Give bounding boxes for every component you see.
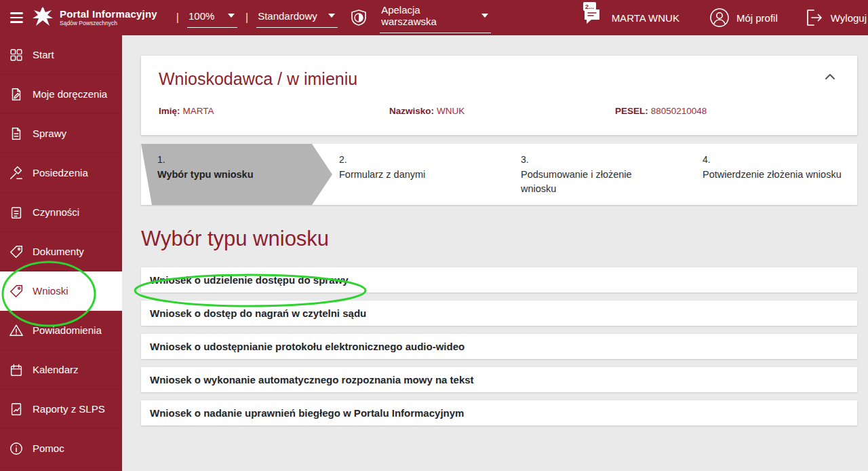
- field-label: Imię:: [159, 106, 180, 116]
- field-label: PESEL:: [615, 106, 648, 116]
- app-title: Portal Informacyjny: [60, 8, 157, 20]
- profile-label: Mój profil: [736, 12, 778, 24]
- option-wniosek-uprawnienia-bieglego[interactable]: Wniosek o nadanie uprawnień biegłego w P…: [141, 400, 857, 426]
- logout-button[interactable]: Wyloguj: [804, 7, 867, 28]
- applicant-card-title: Wnioskodawca / w imieniu: [159, 69, 357, 89]
- sidebar-item-label: Wnioski: [33, 285, 68, 297]
- field-imie: Imię:MARTA: [159, 106, 389, 116]
- option-wniosek-protokol-audio-wideo[interactable]: Wniosek o udostępnianie protokołu elektr…: [141, 334, 857, 359]
- theme-select[interactable]: Standardowy: [256, 8, 338, 28]
- sidebar-item-powiadomienia[interactable]: Powiadomienia: [0, 311, 122, 350]
- zoom-select[interactable]: 100%: [187, 8, 237, 28]
- sidebar-item-raporty-slps[interactable]: Raporty z SLPS: [0, 390, 122, 429]
- step-number: 4.: [703, 153, 848, 166]
- sidebar-item-label: Dokumenty: [33, 246, 84, 257]
- field-label: Nazwisko:: [389, 106, 434, 116]
- gavel-icon: [9, 166, 24, 181]
- step-number: 1.: [157, 153, 302, 166]
- theme-value: Standardowy: [258, 10, 317, 22]
- wizard-steps: 1. Wybór typu wniosku 2. Formularz z dan…: [141, 144, 857, 205]
- app-subtitle: Sądów Powszechnych: [60, 20, 157, 27]
- sidebar-item-label: Pomoc: [33, 442, 64, 454]
- profile-icon: [709, 7, 730, 28]
- sidebar-item-kalendarz[interactable]: Kalendarz: [0, 350, 122, 390]
- step-label: Potwierdzenie złożenia wniosku: [703, 168, 848, 182]
- sidebar-item-label: Start: [33, 49, 54, 60]
- applicant-fields: Imię:MARTA Nazwisko:WNUK PESEL:880502100…: [159, 106, 840, 116]
- sidebar: Start Moje doręczenia Sprawy Posiedzenia: [0, 35, 122, 471]
- chevron-down-icon: [481, 14, 488, 18]
- report-chart-icon: [9, 402, 24, 417]
- sidebar-item-label: Powiadomienia: [33, 324, 102, 336]
- step-label: Wybór typu wniosku: [157, 168, 302, 182]
- alert-icon: [9, 323, 24, 338]
- chevron-down-icon: [228, 14, 235, 18]
- step-3-podsumowanie: 3. Podsumowanie i złożenie wniosku: [494, 144, 675, 205]
- option-wniosek-rozpoznanie-mowy[interactable]: Wniosek o wykonanie automatycznego rozpo…: [141, 367, 857, 392]
- info-icon: [9, 441, 24, 456]
- messages-badge: 2...: [583, 2, 596, 11]
- step-1-wybor-typu-wniosku: 1. Wybór typu wniosku: [141, 144, 332, 205]
- sidebar-item-czynnosci[interactable]: Czynności: [0, 193, 122, 232]
- region-select[interactable]: Apelacja warszawska: [380, 2, 491, 33]
- top-bar: Portal Informacyjny Sądów Powszechnych |…: [0, 0, 868, 35]
- chevron-down-icon: [328, 14, 335, 18]
- zoom-value: 100%: [189, 10, 214, 22]
- field-value: WNUK: [437, 106, 465, 116]
- step-label: Podsumowanie i złożenie wniosku: [521, 168, 666, 196]
- request-type-list: Wniosek o udzielenie dostępu do sprawy W…: [141, 267, 857, 426]
- calendar-icon: [9, 362, 24, 377]
- app-title-block: Portal Informacyjny Sądów Powszechnych: [60, 8, 157, 26]
- collapse-icon[interactable]: [821, 69, 840, 84]
- applicant-card: Wnioskodawca / w imieniu Imię:MARTA Nazw…: [141, 56, 857, 135]
- grid-icon: [9, 48, 24, 62]
- tag-icon: [9, 284, 24, 299]
- profile-button[interactable]: Mój profil: [709, 7, 778, 28]
- step-2-formularz-z-danymi: 2. Formularz z danymi: [312, 144, 494, 205]
- sidebar-item-dokumenty[interactable]: Dokumenty: [0, 232, 122, 271]
- sidebar-item-label: Sprawy: [33, 128, 66, 139]
- field-pesel: PESEL:88050210048: [615, 106, 707, 116]
- checklist-icon: [9, 205, 24, 220]
- separator: |: [245, 12, 248, 24]
- step-number: 3.: [521, 153, 666, 166]
- logout-label: Wyloguj: [831, 12, 867, 24]
- sidebar-item-pomoc[interactable]: Pomoc: [0, 429, 122, 468]
- step-label: Formularz z danymi: [339, 168, 484, 182]
- sidebar-item-wnioski[interactable]: Wnioski: [0, 271, 122, 311]
- field-value: 88050210048: [651, 106, 707, 116]
- option-wniosek-nagrania-czytelnia[interactable]: Wniosek o dostęp do nagrań w czytelni są…: [141, 301, 857, 326]
- region-value: Apelacja warszawska: [381, 4, 475, 27]
- separator: |: [176, 12, 179, 24]
- step-4-potwierdzenie: 4. Potwierdzenie złożenia wniosku: [675, 144, 857, 205]
- step-number: 2.: [339, 153, 484, 166]
- field-nazwisko: Nazwisko:WNUK: [389, 106, 615, 116]
- logout-icon: [804, 7, 824, 28]
- page-title: Wybór typu wniosku: [141, 227, 857, 251]
- sidebar-item-sprawy[interactable]: Sprawy: [0, 114, 122, 153]
- tag-icon: [9, 244, 24, 259]
- sidebar-item-moje-doreczenia[interactable]: Moje doręczenia: [0, 75, 122, 114]
- field-value: MARTA: [183, 106, 214, 116]
- sidebar-item-label: Kalendarz: [33, 364, 79, 375]
- document-pen-icon: [9, 87, 24, 102]
- option-wniosek-dostep-do-sprawy[interactable]: Wniosek o udzielenie dostępu do sprawy: [141, 267, 857, 293]
- sidebar-item-label: Czynności: [33, 206, 79, 218]
- user-name[interactable]: MARTA WNUK: [612, 12, 679, 24]
- sidebar-item-start[interactable]: Start: [0, 35, 122, 75]
- sidebar-item-posiedzenia[interactable]: Posiedzenia: [0, 153, 122, 193]
- contrast-icon[interactable]: [350, 9, 368, 26]
- main-content: Wnioskodawca / w imieniu Imię:MARTA Nazw…: [122, 35, 868, 471]
- messages-button[interactable]: 2...: [582, 7, 602, 29]
- sidebar-item-label: Posiedzenia: [33, 167, 88, 178]
- sidebar-item-label: Raporty z SLPS: [33, 403, 105, 415]
- eagle-logo: [32, 5, 54, 30]
- sidebar-item-label: Moje doręczenia: [33, 88, 107, 100]
- case-document-icon: [9, 126, 24, 141]
- menu-icon[interactable]: [10, 12, 23, 23]
